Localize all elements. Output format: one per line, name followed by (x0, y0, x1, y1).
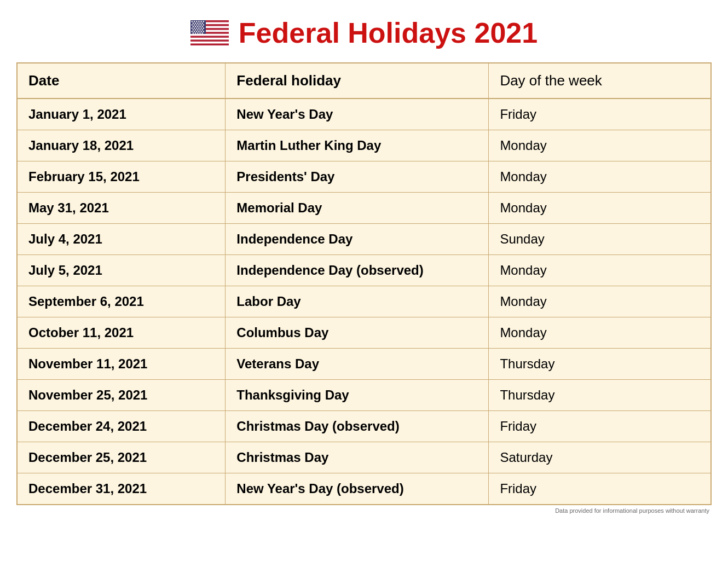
cell-day: Monday (489, 130, 710, 161)
svg-point-15 (195, 22, 196, 24)
holidays-table-container: Date Federal holiday Day of the week Jan… (16, 62, 712, 505)
svg-point-40 (201, 29, 203, 30)
cell-day: Friday (489, 411, 710, 442)
svg-point-11 (198, 21, 199, 22)
svg-point-42 (194, 31, 195, 32)
svg-point-48 (195, 32, 196, 33)
column-header-date: Date (18, 63, 226, 99)
svg-point-24 (203, 24, 204, 25)
svg-point-25 (193, 26, 194, 27)
cell-date: November 11, 2021 (18, 349, 226, 380)
svg-point-23 (200, 24, 201, 25)
svg-point-27 (197, 26, 198, 27)
table-row: September 6, 2021Labor DayMonday (18, 286, 710, 317)
svg-point-18 (201, 22, 203, 24)
svg-point-56 (200, 34, 201, 35)
cell-day: Saturday (489, 442, 710, 473)
cell-holiday: Independence Day (226, 224, 489, 255)
cell-holiday: Martin Luther King Day (226, 130, 489, 161)
cell-date: October 11, 2021 (18, 317, 226, 349)
cell-date: July 4, 2021 (18, 224, 226, 255)
page-header: Federal Holidays 2021 (190, 16, 538, 49)
table-row: July 5, 2021Independence Day (observed)M… (18, 255, 710, 286)
svg-point-45 (200, 31, 201, 32)
cell-date: January 1, 2021 (18, 99, 226, 130)
svg-point-22 (198, 24, 199, 25)
table-row: December 25, 2021Christmas DaySaturday (18, 442, 710, 473)
table-row: November 11, 2021Veterans DayThursday (18, 349, 710, 380)
cell-date: December 31, 2021 (18, 473, 226, 505)
table-row: December 31, 2021New Year's Day (observe… (18, 473, 710, 505)
svg-point-32 (196, 27, 197, 28)
svg-point-26 (195, 26, 196, 27)
column-header-holiday: Federal holiday (226, 63, 489, 99)
table-row: January 18, 2021Martin Luther King DayMo… (18, 130, 710, 161)
holidays-table: Date Federal holiday Day of the week Jan… (18, 63, 710, 504)
table-row: December 24, 2021Christmas Day (observed… (18, 411, 710, 442)
column-header-day: Day of the week (489, 63, 710, 99)
cell-date: February 15, 2021 (18, 161, 226, 193)
cell-day: Friday (489, 99, 710, 130)
svg-point-38 (197, 29, 198, 30)
svg-point-50 (199, 32, 200, 33)
cell-day: Monday (489, 317, 710, 349)
cell-holiday: Christmas Day (observed) (226, 411, 489, 442)
cell-day: Thursday (489, 349, 710, 380)
us-flag-icon (190, 20, 229, 45)
svg-point-44 (198, 31, 199, 32)
table-row: November 25, 2021Thanksgiving DayThursda… (18, 380, 710, 411)
svg-point-36 (193, 29, 194, 30)
svg-point-30 (191, 27, 192, 28)
cell-date: December 24, 2021 (18, 411, 226, 442)
svg-point-16 (197, 22, 198, 24)
cell-holiday: Veterans Day (226, 349, 489, 380)
svg-point-35 (203, 27, 204, 28)
cell-holiday: Memorial Day (226, 193, 489, 224)
svg-point-41 (191, 31, 192, 32)
svg-point-47 (193, 32, 194, 33)
cell-date: July 5, 2021 (18, 255, 226, 286)
page-title: Federal Holidays 2021 (239, 16, 538, 49)
cell-day: Friday (489, 473, 710, 505)
cell-date: September 6, 2021 (18, 286, 226, 317)
cell-holiday: Columbus Day (226, 317, 489, 349)
svg-rect-6 (190, 42, 229, 44)
table-row: July 4, 2021Independence DaySunday (18, 224, 710, 255)
svg-point-12 (200, 21, 201, 22)
svg-point-34 (200, 27, 201, 28)
svg-point-54 (196, 34, 197, 35)
cell-day: Sunday (489, 224, 710, 255)
svg-point-33 (198, 27, 199, 28)
table-row: January 1, 2021New Year's DayFriday (18, 99, 710, 130)
table-row: February 15, 2021Presidents' DayMonday (18, 161, 710, 193)
svg-point-37 (195, 29, 196, 30)
cell-day: Monday (489, 255, 710, 286)
cell-holiday: Presidents' Day (226, 161, 489, 193)
cell-holiday: New Year's Day (observed) (226, 473, 489, 505)
cell-day: Monday (489, 161, 710, 193)
footnote: Data provided for informational purposes… (16, 507, 712, 514)
svg-point-43 (196, 31, 197, 32)
cell-holiday: Christmas Day (226, 442, 489, 473)
svg-point-21 (196, 24, 197, 25)
cell-day: Thursday (489, 380, 710, 411)
svg-point-49 (197, 32, 198, 33)
svg-point-9 (194, 21, 195, 22)
cell-holiday: Thanksgiving Day (226, 380, 489, 411)
cell-day: Monday (489, 193, 710, 224)
cell-holiday: New Year's Day (226, 99, 489, 130)
svg-point-28 (199, 26, 200, 27)
cell-date: May 31, 2021 (18, 193, 226, 224)
svg-point-20 (194, 24, 195, 25)
svg-point-55 (198, 34, 199, 35)
svg-point-51 (201, 32, 203, 33)
svg-point-13 (203, 21, 204, 22)
table-row: October 11, 2021Columbus DayMonday (18, 317, 710, 349)
svg-point-17 (199, 22, 200, 24)
svg-point-10 (196, 21, 197, 22)
cell-date: January 18, 2021 (18, 130, 226, 161)
cell-holiday: Labor Day (226, 286, 489, 317)
svg-point-19 (191, 24, 192, 25)
svg-point-46 (203, 31, 204, 32)
table-header-row: Date Federal holiday Day of the week (18, 63, 710, 99)
